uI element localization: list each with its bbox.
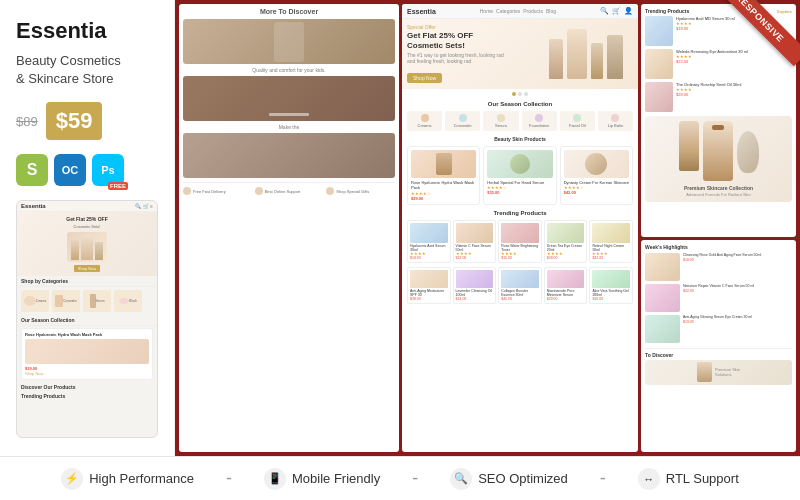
- platform-icons: S OC Ps FREE: [16, 154, 158, 186]
- cat-foundation-icon: [535, 114, 543, 122]
- trend-5-price: $32.00: [592, 256, 630, 260]
- mobile-brand: Essentia: [21, 203, 46, 209]
- original-price: $89: [16, 114, 38, 129]
- cat-serum[interactable]: Serum: [483, 111, 518, 131]
- hero-products: [549, 29, 633, 79]
- mobile-category-title: Shop by Categories: [17, 276, 157, 287]
- photoshop-icon: Ps FREE: [92, 154, 124, 186]
- seo-icon: 🔍: [450, 468, 472, 490]
- trend-1-img: [410, 223, 448, 243]
- sidebar-p1-price: $18.00: [676, 26, 735, 31]
- feature-mobile-friendly: 📱 Mobile Friendly: [236, 468, 408, 490]
- main-screenshot: Essentia Home Categories Products Blog 🔍…: [402, 4, 638, 452]
- trend-4-name: Green Tea Eye Cream 20ml: [547, 244, 585, 252]
- col-sidebar: Trending Products Explore Hyaluronic Aci…: [641, 4, 796, 452]
- trend-2-img: [456, 223, 494, 243]
- cat-foundation-label: Foundation: [529, 123, 549, 128]
- trend-2-name: Vitamin C Face Serum 50ml: [456, 244, 494, 252]
- dot-1[interactable]: [512, 92, 516, 96]
- mobile-shop-now-btn[interactable]: Shop Now: [25, 371, 149, 376]
- feature-high-performance: ⚡ High Performance: [33, 468, 222, 490]
- trending-products-grid: Hyaluronic Acid Serum 30ml ★★★★ $18.00 V…: [402, 218, 638, 265]
- season-product-1: Rose Hyaluronic Hydra Wash Mask Pack ★★★…: [407, 146, 480, 204]
- cat-concealer[interactable]: Concealer: [445, 111, 480, 131]
- season-product-2-img: [487, 150, 552, 178]
- footer-icon-1: [183, 187, 191, 195]
- discover-desc: Premium SkinSolutions: [715, 367, 740, 377]
- week-p1-img: [645, 253, 680, 281]
- cat-lip-balm-label: Lip Balm: [608, 123, 624, 128]
- price-container: $89 $59: [16, 102, 158, 140]
- dot-2[interactable]: [518, 92, 522, 96]
- trend-5: Retinol Night Cream 50ml ★★★★ $32.00: [589, 220, 633, 263]
- season-product-3-price: $42.00: [564, 190, 629, 195]
- week-p3-img: [645, 315, 680, 343]
- trend-10-price: $16.00: [592, 297, 630, 301]
- cat-creams[interactable]: Creams: [407, 111, 442, 131]
- main-area: Essentia Beauty Cosmetics & Skincare Sto…: [0, 0, 800, 456]
- week-p2-img: [645, 284, 680, 312]
- mobile-friendly-label: Mobile Friendly: [292, 471, 380, 486]
- cat-concealer-icon: [459, 114, 467, 122]
- feature-seo: 🔍 SEO Optimized: [422, 468, 596, 490]
- season-product-2-price: $35.00: [487, 190, 552, 195]
- lifestyle-caption-2: Make the: [183, 124, 395, 130]
- cat-serum-label: Serum: [495, 123, 507, 128]
- season-title: Beauty Skin Products: [402, 134, 638, 144]
- trend-9: Niacinamide Pore Minimizer Serum $20.00: [544, 267, 588, 304]
- store-icons: 🔍 🛒 👤: [600, 7, 633, 15]
- trend-3-price: $15.00: [501, 256, 539, 260]
- mobile-collection-title: Our Season Collection: [17, 315, 157, 326]
- trend-2: Vitamin C Face Serum 50ml ★★★★ $22.00: [453, 220, 497, 263]
- cat-foundation[interactable]: Foundation: [522, 111, 557, 131]
- week-p1-name: Cleansing Rose Gold Anti Aging Face Seru…: [683, 253, 761, 258]
- trend-7-name: Lavender Cleansing Oil 100ml: [456, 289, 494, 297]
- shop-now-btn[interactable]: Shop Now: [407, 73, 442, 83]
- categories-title: Our Season Collection: [402, 99, 638, 108]
- store-header: Essentia Home Categories Products Blog 🔍…: [402, 4, 638, 19]
- cart-icon[interactable]: 🛒: [612, 7, 621, 15]
- trend-8-name: Collagen Booster Essence 30ml: [501, 289, 539, 297]
- trend-6-price: $38.00: [410, 297, 448, 301]
- trend-8-img: [501, 270, 539, 288]
- cat-lip-balm[interactable]: Lip Balm: [598, 111, 633, 131]
- sidebar-product-3: The Ordinary Rosehip Seed Oil 30ml ★★★★ …: [645, 82, 792, 112]
- mobile-mockup: Essentia 🔍 🛒 ≡ Get Flat 25% OFF Cosmetic…: [16, 200, 158, 438]
- explore-btn[interactable]: Explore: [777, 9, 792, 14]
- cat-serum-icon: [497, 114, 505, 122]
- cat-facial-oil[interactable]: Facial Oil: [560, 111, 595, 131]
- user-icon[interactable]: 👤: [624, 7, 633, 15]
- trend-3-name: Rose Water Brightening Toner: [501, 244, 539, 252]
- week-highlights-title: Week's Highlights: [645, 244, 792, 250]
- week-p3-name: Anti-Aging Glowing Serum Eye Cream 30 ml: [683, 315, 752, 320]
- high-performance-icon: ⚡: [61, 468, 83, 490]
- featured-jar: [737, 131, 759, 173]
- mobile-topbar: Essentia 🔍 🛒 ≡: [17, 201, 157, 212]
- trend-7: Lavender Cleansing Oil 100ml $24.00: [453, 267, 497, 304]
- special-offer-label: Special Offer: [407, 24, 544, 30]
- dot-3[interactable]: [524, 92, 528, 96]
- sale-price: $59: [46, 102, 103, 140]
- lifestyle-img-3: [183, 133, 395, 178]
- opencart-icon: OC: [54, 154, 86, 186]
- hero-product-2: [567, 29, 587, 79]
- brand-subtitle: Beauty Cosmetics & Skincare Store: [16, 52, 158, 88]
- season-product-1-name: Rose Hyaluronic Hydra Wash Mask Pack: [411, 180, 476, 190]
- trend-9-img: [547, 270, 585, 288]
- trend-8: Collagen Booster Essence 30ml $45.00: [498, 267, 542, 304]
- shopify-icon: S: [16, 154, 48, 186]
- mobile-hero-sub: Cosmetic Sets!: [21, 224, 153, 229]
- mobile-cat-concealer: Concealer: [52, 290, 80, 312]
- trend-5-name: Retinol Night Cream 50ml: [592, 244, 630, 252]
- trend-10-img: [592, 270, 630, 288]
- trend-6-img: [410, 270, 448, 288]
- footer-item-1: Free Fast Delivery: [183, 187, 252, 195]
- right-panel: RESPONSIVE More To Discover Quality an: [175, 0, 800, 456]
- footer-icon-3: [326, 187, 334, 195]
- sidebar-p3-img: [645, 82, 673, 112]
- lifestyle-block: More To Discover Quality and comfort for…: [179, 4, 399, 452]
- sidebar-p3-price: $28.00: [676, 92, 741, 97]
- search-icon[interactable]: 🔍: [600, 7, 609, 15]
- trend-10: Aloe Vera Soothing Gel 200ml $16.00: [589, 267, 633, 304]
- mobile-shop-now[interactable]: Shop Now: [74, 265, 100, 272]
